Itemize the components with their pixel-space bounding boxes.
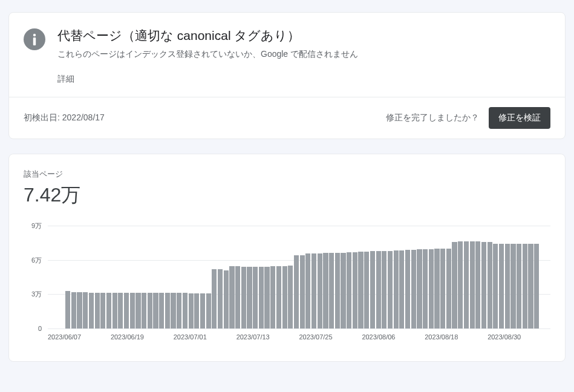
chart-bar (305, 253, 310, 328)
chart-bar (452, 242, 457, 328)
chart-bar (318, 253, 322, 328)
chart-bar (247, 267, 252, 328)
chart-bar (106, 293, 111, 329)
chart-bar (411, 250, 416, 328)
chart-bar (481, 242, 486, 328)
chart-bar (113, 293, 117, 329)
chart-bar (282, 266, 287, 328)
status-card: 代替ページ（適切な canonical タグあり） これらのページはインデックス… (8, 12, 566, 139)
chart-bar (148, 293, 152, 328)
details-link[interactable]: 詳細 (57, 74, 74, 85)
chart-bar (294, 255, 299, 328)
chart-bar (189, 293, 194, 328)
y-tick: 9万 (31, 221, 42, 230)
chart-bar (165, 293, 170, 328)
chart-bar (83, 292, 88, 328)
chart-bar (259, 267, 264, 328)
chart-bar (253, 267, 258, 328)
x-tick: 2023/08/18 (425, 333, 488, 341)
chart-bar (135, 293, 140, 328)
info-icon (24, 28, 45, 50)
first-detected-label: 初検出日: (24, 113, 62, 122)
chart-bar (388, 251, 393, 328)
chart-bar (434, 249, 439, 328)
chart-bar (523, 244, 527, 328)
status-footer-row: 初検出日: 2022/08/17 修正を完了しましたか？ 修正を検証 (9, 97, 565, 139)
chart-bar (475, 241, 480, 328)
chart-bar (382, 251, 386, 328)
chart-bar (288, 266, 293, 328)
chart-bar (224, 270, 229, 328)
header-text-block: 代替ページ（適切な canonical タグあり） これらのページはインデックス… (57, 27, 550, 85)
chart-bar (218, 269, 223, 328)
chart-bar (118, 293, 123, 329)
chart-bar (423, 249, 428, 328)
chart-bar (77, 292, 82, 328)
chart-bar (394, 250, 399, 328)
chart-bar (505, 244, 510, 328)
svg-point-0 (33, 34, 36, 36)
chart-bar (493, 244, 498, 328)
chart-bar (276, 266, 281, 328)
chart-bar (130, 293, 135, 329)
chart-bar (329, 253, 334, 328)
chart-bar (528, 244, 533, 328)
page-title: 代替ページ（適切な canonical タグあり） (57, 27, 550, 44)
gridline (48, 328, 550, 329)
chart-bar (100, 293, 105, 329)
chart-bar (417, 249, 422, 328)
chart-bar (65, 291, 70, 328)
chart-bar (264, 267, 269, 328)
page-subtitle: これらのページはインデックス登録されていないか、Google で配信されません (57, 48, 550, 60)
chart-bar (200, 293, 205, 328)
status-header: 代替ページ（適切な canonical タグあり） これらのページはインデックス… (9, 13, 565, 97)
chart-bar (517, 244, 521, 328)
chart-bar (358, 252, 363, 328)
chart-bar (364, 252, 369, 328)
y-tick: 0 (38, 325, 42, 332)
chart-bar (241, 267, 246, 328)
chart-bar (194, 293, 199, 328)
chart-bar (270, 266, 275, 328)
chart-bar (95, 293, 100, 329)
chart-bar (124, 293, 129, 329)
chart-bar (212, 269, 217, 328)
svg-rect-1 (33, 38, 36, 45)
chart-bar (335, 253, 340, 328)
chart-bar (159, 293, 164, 328)
chart-bar (353, 252, 357, 328)
chart-bar (458, 241, 463, 328)
x-tick: 2023/06/19 (111, 333, 174, 341)
chart-bar (142, 293, 146, 328)
chart-y-axis: 03万6万9万 (24, 226, 45, 328)
x-tick: 2023/06/07 (48, 333, 111, 341)
chart-bar (323, 253, 328, 328)
chart-bar (311, 253, 316, 328)
chart-bar (510, 244, 515, 328)
chart-bar (153, 293, 158, 328)
chart-plot (48, 226, 550, 328)
chart-area: 03万6万9万 2023/06/072023/06/192023/07/0120… (24, 226, 550, 347)
chart-bar (446, 249, 451, 328)
chart-bar (341, 253, 345, 328)
chart-value: 7.42万 (24, 182, 550, 209)
chart-bar (488, 242, 492, 328)
chart-bar (399, 250, 404, 328)
chart-bar (429, 249, 434, 328)
chart-label: 該当ページ (24, 169, 550, 180)
chart-bar (347, 252, 351, 328)
chart-bar (171, 293, 175, 328)
first-detected: 初検出日: 2022/08/17 (24, 113, 105, 123)
chart-bar (89, 293, 94, 329)
chart-bar (71, 292, 76, 328)
x-tick: 2023/07/13 (236, 333, 299, 341)
chart-bar (534, 244, 539, 328)
x-tick: 2023/07/01 (174, 333, 236, 341)
y-tick: 6万 (31, 255, 42, 264)
x-tick: 2023/08/30 (488, 333, 550, 341)
x-tick: 2023/08/06 (362, 333, 425, 341)
chart-bar (440, 249, 445, 328)
validate-fix-button[interactable]: 修正を検証 (489, 107, 550, 129)
chart-card: 該当ページ 7.42万 03万6万9万 2023/06/072023/06/19… (8, 154, 566, 362)
chart-bar (499, 244, 504, 328)
